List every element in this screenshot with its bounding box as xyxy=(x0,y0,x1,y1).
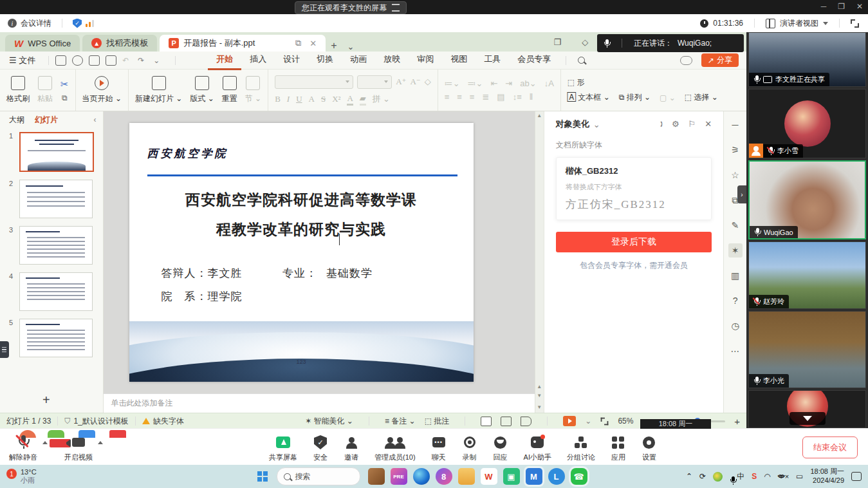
tray-expand-caret[interactable]: ⌃ xyxy=(686,472,692,481)
panel-expand-handle[interactable]: › xyxy=(737,185,746,203)
app-screenshare-icon[interactable]: ▣ xyxy=(503,468,520,485)
file-explorer-icon[interactable] xyxy=(458,468,475,485)
tab-wps-home[interactable]: W WPS Office xyxy=(5,35,80,52)
slideshow-play-button[interactable] xyxy=(563,416,576,426)
highlight-color-button[interactable]: ▰ xyxy=(360,93,366,106)
participant-tile-zhaofangling[interactable]: 赵芳玲 xyxy=(748,241,866,309)
add-slide-button[interactable]: + xyxy=(42,393,50,408)
banner-menu-icon[interactable] xyxy=(392,4,400,12)
menu-review[interactable]: 审阅 xyxy=(409,51,442,68)
invite-button[interactable]: 邀请 xyxy=(344,435,359,462)
more-dots-icon[interactable]: ⋯ xyxy=(728,344,743,358)
record-button[interactable]: 录制 xyxy=(462,435,477,462)
section-button[interactable]: 节 ⌄ xyxy=(245,76,261,104)
normal-view-icon[interactable] xyxy=(481,417,492,426)
view-mode-dropdown[interactable]: 演讲者视图 xyxy=(780,18,818,29)
paste-button[interactable]: 粘贴 xyxy=(37,76,53,104)
bold-button[interactable]: B xyxy=(275,94,281,104)
text-direction-icon[interactable]: ab⌄ xyxy=(520,79,536,88)
slide-thumbnail-2[interactable]: 2 xyxy=(0,176,103,222)
unmute-button[interactable]: 解除静音 xyxy=(9,435,37,462)
app-meeting-icon[interactable]: M xyxy=(526,468,542,485)
participant-tile-more[interactable] xyxy=(748,390,866,428)
breakout-rooms-button[interactable]: 分组讨论 xyxy=(567,435,595,462)
view-mode-caret-icon[interactable] xyxy=(823,22,828,25)
italic-button[interactable]: I xyxy=(287,94,290,104)
next-slide-icon[interactable]: ▼ xyxy=(535,393,544,399)
app-edge-icon[interactable] xyxy=(413,468,430,485)
template-name[interactable]: 1_默认设计模板 xyxy=(73,416,128,427)
fit-window-icon[interactable] xyxy=(601,417,609,425)
notes-button[interactable]: ≡ 备注 ⌄ xyxy=(385,416,416,427)
slide-thumbnail-4[interactable]: 4 xyxy=(0,268,103,315)
tray-sync-icon[interactable]: ⟳ xyxy=(699,472,706,481)
superscript-button[interactable]: X² xyxy=(332,94,340,104)
properties-icon[interactable]: ⚞ xyxy=(728,143,743,157)
missing-font-warning[interactable]: 缺失字体 xyxy=(153,416,184,427)
arrange-button[interactable]: ⧉ 排列 ⌄ xyxy=(619,92,651,103)
network-signal-icon[interactable] xyxy=(86,19,94,27)
sorter-view-icon[interactable] xyxy=(501,417,512,426)
headset-icon[interactable]: 🕽 xyxy=(660,119,663,129)
wifi-icon[interactable]: ◠ xyxy=(764,472,770,481)
security-button[interactable]: ✓ 安全 xyxy=(313,435,328,462)
participant-tile-wuqigao[interactable]: WuqiGao xyxy=(748,160,866,239)
favorites-star-icon[interactable]: ☆ xyxy=(728,168,743,182)
meeting-details-button[interactable]: 会议详情 xyxy=(21,18,51,29)
copy-icon[interactable]: ⧉ xyxy=(62,93,68,102)
mic-options-caret[interactable] xyxy=(42,441,48,444)
participant-tile-lixiaoguang[interactable]: 李小光 xyxy=(748,311,866,388)
end-meeting-button[interactable]: 结束会议 xyxy=(802,436,858,458)
slide-canvas[interactable]: 西安航空学院 西安航空学院科研促进高等数学课 程教学改革的研究与实践 答辩人：李… xyxy=(129,123,474,382)
share-button[interactable]: ↗ 分享 xyxy=(701,53,739,67)
scroll-up-icon[interactable]: ▲ xyxy=(535,113,544,118)
file-menu[interactable]: ☰ 文件 xyxy=(0,55,42,66)
participant-tile-sharer[interactable]: 李文胜正在共享 xyxy=(748,32,866,87)
notification-center-icon[interactable] xyxy=(851,472,862,481)
align-center-icon[interactable]: ≡ xyxy=(457,92,462,102)
merge-shapes-button[interactable]: ▢ ⌄ xyxy=(660,93,676,102)
ime-indicator[interactable]: 中 xyxy=(737,471,744,482)
layout-button[interactable]: 版式 ⌄ xyxy=(190,76,214,104)
decrease-indent-icon[interactable]: ⇤ xyxy=(490,79,497,88)
justify-icon[interactable]: ≣ xyxy=(482,92,489,102)
strikethrough-button[interactable]: S xyxy=(321,94,326,104)
menu-view[interactable]: 视图 xyxy=(442,51,476,68)
collapse-strip-button[interactable] xyxy=(790,412,826,425)
font-color-button[interactable]: A xyxy=(347,93,353,106)
slide-editor[interactable]: 西安航空学院 西安航空学院科研促进高等数学课 程教学改革的研究与实践 答辩人：李… xyxy=(104,111,535,413)
menu-slideshow[interactable]: 放映 xyxy=(375,51,409,68)
qat-more-caret[interactable]: ⌄ xyxy=(153,56,163,65)
tray-sogou-icon[interactable]: S xyxy=(752,472,757,481)
tab-outline[interactable]: 大纲 xyxy=(9,115,24,126)
security-shield-icon[interactable]: ✓ xyxy=(73,19,82,28)
shapes-button[interactable]: ⬚ 形 xyxy=(568,77,585,88)
app-game-icon[interactable] xyxy=(368,468,385,485)
cloud-sync-icon[interactable] xyxy=(680,56,692,65)
notes-pen-icon[interactable]: ✎ xyxy=(728,218,743,232)
format-painter-button[interactable]: 格式刷 xyxy=(6,76,30,104)
print-preview-icon[interactable] xyxy=(106,55,116,66)
gear-icon[interactable]: ⚙ xyxy=(672,119,679,129)
underline-button[interactable]: U xyxy=(296,94,302,104)
workspace-cube-icon[interactable]: ◇ xyxy=(582,37,588,47)
increase-font-icon[interactable]: A⁺ xyxy=(396,77,406,87)
menu-design[interactable]: 设计 xyxy=(275,51,308,68)
task-panel-title[interactable]: 对象美化 xyxy=(556,118,589,130)
print-icon[interactable] xyxy=(89,55,100,66)
help-icon[interactable]: ? xyxy=(728,294,743,308)
menu-transition[interactable]: 切换 xyxy=(308,51,342,68)
notes-bar[interactable]: 单击此处添加备注 xyxy=(104,393,535,413)
play-from-current-button[interactable]: 当页开始 ⌄ xyxy=(82,76,122,104)
output-icon[interactable] xyxy=(72,55,83,66)
tray-antivirus-icon[interactable] xyxy=(713,472,723,482)
window-stack-icon[interactable]: ❐ xyxy=(554,37,562,47)
save-icon[interactable] xyxy=(55,55,66,66)
start-video-button[interactable]: 开启视频 xyxy=(64,435,93,462)
char-border-button[interactable]: A xyxy=(309,94,315,104)
os-maximize-button[interactable]: ❐ xyxy=(838,2,845,11)
app-wechat-icon[interactable]: ☎ xyxy=(571,468,587,485)
app-wps-icon[interactable]: W xyxy=(481,468,497,485)
font-size-dropdown[interactable] xyxy=(357,75,392,89)
phonetic-guide-button[interactable]: 拼 ⌄ xyxy=(373,93,390,105)
